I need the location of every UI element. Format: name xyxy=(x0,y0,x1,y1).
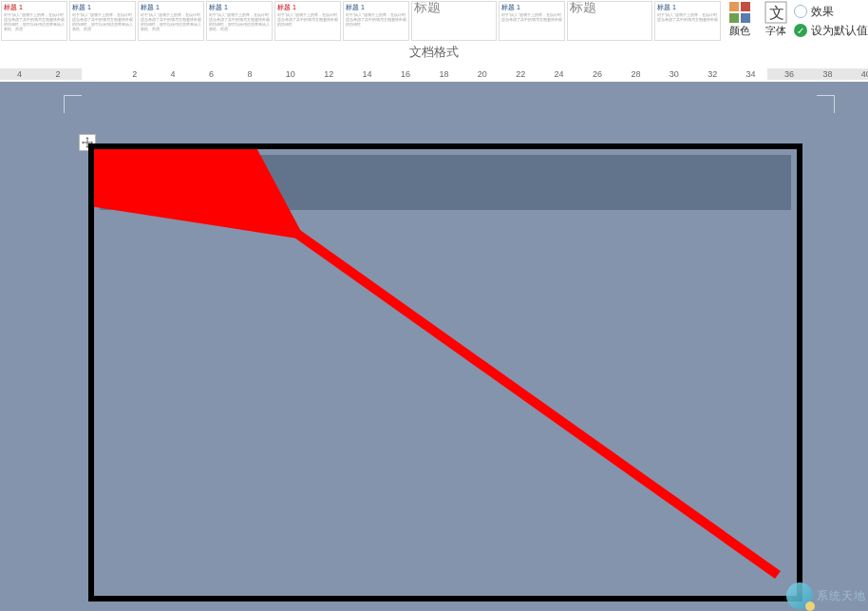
svg-rect-0 xyxy=(729,2,739,11)
ruler-tick: 32 xyxy=(708,69,717,79)
ribbon-group-label: 文档格式 xyxy=(0,44,868,65)
svg-line-9 xyxy=(274,218,778,575)
style-item[interactable]: 标题 1对于"插入"选项于上的库，在设计时适当考虑了其中的项与文档整体外观的协调… xyxy=(1,1,67,41)
ruler-tick: 4 xyxy=(17,69,22,79)
annotation-arrow-icon xyxy=(94,149,797,596)
watermark: 系统天地 xyxy=(786,582,866,609)
ruler-tick: 18 xyxy=(439,69,448,79)
ruler-tick: 2 xyxy=(55,69,60,79)
set-default-option[interactable]: ✓ 设为默认值 xyxy=(794,21,868,40)
style-item[interactable]: 标题 1对于"插入"选项于上的库，在设计时适当考虑了其中的项与文档整体外观 xyxy=(499,1,565,41)
header-strip xyxy=(100,155,791,210)
style-item-label: 标题 1 xyxy=(72,3,133,11)
horizontal-ruler[interactable]: 42246810121416182022242628303234363840 xyxy=(0,67,868,82)
style-item-preview: 对于"插入"选项于上的库，在设计时适当考虑了其中的项与文档整体外观的协调性，您可… xyxy=(4,12,65,31)
ruler-tick: 12 xyxy=(324,69,333,79)
style-item-label: 标题 1 xyxy=(501,3,562,11)
font-icon: 文 xyxy=(764,1,787,24)
style-item[interactable]: 标题 1对于"插入"选项于上的库，在设计时适当考虑了其中的项与文档整体外观的协调… xyxy=(343,1,409,41)
text-frame[interactable] xyxy=(88,143,802,601)
ruler-tick: 16 xyxy=(401,69,410,79)
style-item-label: 标题 xyxy=(570,3,650,11)
style-item-label: 标题 1 xyxy=(657,3,718,11)
ruler-tick: 14 xyxy=(363,69,372,79)
svg-rect-2 xyxy=(729,13,739,23)
ruler-tick: 4 xyxy=(171,69,176,79)
svg-rect-1 xyxy=(741,2,750,11)
ruler-tick: 2 xyxy=(132,69,137,79)
style-item-label: 标题 1 xyxy=(141,3,201,11)
svg-rect-3 xyxy=(741,13,750,23)
ruler-tick: 30 xyxy=(670,69,679,79)
style-item-preview: 对于"插入"选项于上的库，在设计时适当考虑了其中的项与文档整体外观 xyxy=(501,12,562,22)
style-item[interactable]: 标题 xyxy=(411,1,497,41)
colors-label: 颜色 xyxy=(729,24,750,38)
colors-button[interactable]: 颜色 xyxy=(722,0,758,42)
margin-corner-icon xyxy=(817,95,835,113)
ribbon-options: 效果 ✓ 设为默认值 xyxy=(794,0,868,42)
ruler-tick: 28 xyxy=(631,69,640,79)
watermark-text: 系统天地 xyxy=(817,588,866,604)
style-gallery[interactable]: 标题 1对于"插入"选项于上的库，在设计时适当考虑了其中的项与文档整体外观的协调… xyxy=(0,0,722,44)
fonts-button[interactable]: 文 字体 xyxy=(758,0,794,42)
set-default-label: 设为默认值 xyxy=(811,23,868,39)
ruler-tick: 6 xyxy=(209,69,214,79)
watermark-icon xyxy=(786,582,813,609)
ruler-tick: 8 xyxy=(247,69,252,79)
ribbon-right-group: 颜色 文 字体 效果 ✓ 设为默认值 xyxy=(722,0,868,44)
page xyxy=(69,101,829,604)
document-canvas[interactable]: 系统天地 xyxy=(0,82,868,611)
margin-corner-icon xyxy=(64,95,82,113)
ruler-tick: 10 xyxy=(286,69,295,79)
effects-option[interactable]: 效果 xyxy=(794,2,868,21)
style-item-label: 标题 1 xyxy=(346,3,406,11)
circle-icon xyxy=(794,5,807,18)
fonts-label: 字体 xyxy=(765,24,786,38)
ruler-active xyxy=(82,68,767,80)
svg-text:文: 文 xyxy=(769,5,784,21)
ruler-tick: 40 xyxy=(861,69,868,79)
color-swatch-icon xyxy=(728,1,751,24)
style-item[interactable]: 标题 1对于"插入"选项于上的库，在设计时适当考虑了其中的项与文档整体外观的协调… xyxy=(206,1,273,41)
style-item-preview: 对于"插入"选项于上的库，在设计时适当考虑了其中的项与文档整体外观的协调性，您可… xyxy=(72,12,133,31)
style-item-label: 标题 1 xyxy=(209,3,270,11)
style-item-label: 标题 1 xyxy=(277,3,338,11)
style-item[interactable]: 标题 1对于"插入"选项于上的库，在设计时适当考虑了其中的项与文档整体外观的协调… xyxy=(69,1,136,41)
style-item[interactable]: 标题 1对于"插入"选项于上的库，在设计时适当考虑了其中的项与文档整体外观 xyxy=(654,1,721,41)
ruler-tick: 24 xyxy=(555,69,564,79)
ruler-tick: 36 xyxy=(784,69,794,79)
style-item-preview: 对于"插入"选项于上的库，在设计时适当考虑了其中的项与文档整体外观的协调性，您可… xyxy=(141,12,201,31)
style-item-label: 标题 1 xyxy=(4,3,65,11)
check-icon: ✓ xyxy=(794,24,807,37)
style-item[interactable]: 标题 1对于"插入"选项于上的库，在设计时适当考虑了其中的项与文档整体外观的协调… xyxy=(274,1,341,41)
ruler-tick: 26 xyxy=(593,69,602,79)
style-item[interactable]: 标题 xyxy=(567,1,652,41)
ruler-tick: 20 xyxy=(478,69,487,79)
style-item-label: 标题 xyxy=(414,3,494,11)
style-item-preview: 对于"插入"选项于上的库，在设计时适当考虑了其中的项与文档整体外观的协调性 xyxy=(346,12,406,27)
ruler-tick: 38 xyxy=(822,69,832,79)
style-item-preview: 对于"插入"选项于上的库，在设计时适当考虑了其中的项与文档整体外观 xyxy=(657,12,718,22)
style-item-preview: 对于"插入"选项于上的库，在设计时适当考虑了其中的项与文档整体外观的协调性 xyxy=(277,12,338,27)
ruler-tick: 22 xyxy=(516,69,525,79)
style-item[interactable]: 标题 1对于"插入"选项于上的库，在设计时适当考虑了其中的项与文档整体外观的协调… xyxy=(138,1,204,41)
ruler-tick: 34 xyxy=(746,69,756,79)
effects-label: 效果 xyxy=(811,4,834,20)
style-item-preview: 对于"插入"选项于上的库，在设计时适当考虑了其中的项与文档整体外观的协调性，您可… xyxy=(209,12,270,31)
